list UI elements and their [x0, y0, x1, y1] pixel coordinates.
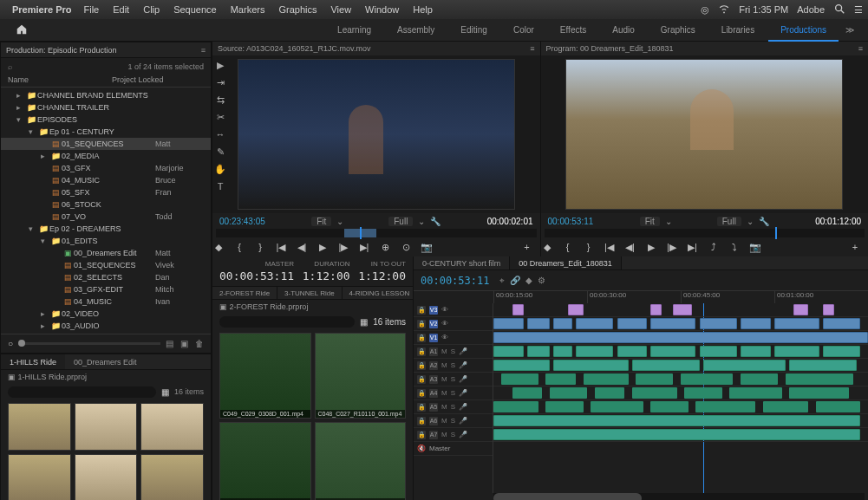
timeline-clip[interactable]: [684, 387, 721, 399]
step-back-icon[interactable]: ◀|: [624, 242, 636, 253]
timeline-clip[interactable]: [786, 373, 853, 385]
lock-icon[interactable]: 🔒: [417, 375, 426, 384]
clip-thumbnail[interactable]: [75, 454, 138, 501]
program-fit-dropdown[interactable]: Fit: [640, 217, 660, 226]
tree-row[interactable]: ▸📁02_VIDEO: [1, 308, 211, 320]
workspace-effects[interactable]: Effects: [548, 19, 598, 42]
workspace-overflow[interactable]: ≫: [840, 25, 859, 35]
track-target[interactable]: V1: [429, 334, 438, 342]
program-full-dropdown[interactable]: Full: [717, 217, 741, 226]
step-forward-icon[interactable]: |▶: [666, 242, 678, 253]
new-bin-icon[interactable]: ▣: [180, 339, 188, 348]
export-frame-icon[interactable]: 📷: [421, 242, 433, 253]
track-header[interactable]: 🔒 A1 MS🎤: [414, 345, 493, 359]
tree-row[interactable]: ▾📁EPISODES: [1, 114, 211, 126]
razor-tool-icon[interactable]: ✂: [214, 111, 226, 123]
user-name[interactable]: Adobe: [797, 4, 825, 15]
clip-thumbnail[interactable]: [140, 403, 204, 451]
source-viewport[interactable]: [238, 59, 515, 210]
tree-row[interactable]: ▤02_SELECTSDan: [1, 271, 211, 283]
menu-graphics[interactable]: Graphics: [273, 4, 322, 15]
pen-tool-icon[interactable]: ✎: [214, 146, 226, 158]
clip-thumbnail[interactable]: C046_C018_030126_001.mp4: [219, 422, 311, 501]
voiceover-icon[interactable]: 🎤: [459, 361, 467, 369]
tree-row[interactable]: ▣00_Dreamers EditMatt: [1, 247, 211, 259]
voiceover-icon[interactable]: 🎤: [459, 389, 467, 397]
timeline-clip[interactable]: [501, 373, 538, 385]
search-icon[interactable]: [833, 3, 845, 16]
timeline-clip[interactable]: [617, 318, 648, 329]
out-point-icon[interactable]: }: [254, 242, 266, 252]
menu-edit[interactable]: Edit: [108, 4, 134, 15]
ripple-tool-icon[interactable]: ⇆: [214, 94, 226, 106]
timeline-clip[interactable]: [741, 373, 778, 385]
tree-row[interactable]: ▤01_SEQUENCESVivek: [1, 259, 211, 271]
menu-view[interactable]: View: [325, 4, 356, 15]
chevron-down-icon[interactable]: ⌄: [747, 217, 754, 226]
zoom-slider[interactable]: [18, 342, 160, 345]
lock-icon[interactable]: 🔒: [417, 306, 426, 315]
voiceover-icon[interactable]: 🎤: [459, 417, 467, 425]
timeline-clip[interactable]: [493, 346, 524, 357]
timeline-clip[interactable]: [823, 304, 834, 315]
track-target[interactable]: V2: [429, 320, 438, 328]
timeline-clip[interactable]: [576, 318, 613, 329]
timeline-clip[interactable]: [493, 415, 860, 426]
tree-row[interactable]: ▤03_GFXMarjorie: [1, 162, 211, 174]
timeline-clip[interactable]: [703, 360, 786, 371]
tree-row[interactable]: ▤06_STOCK: [1, 198, 211, 211]
solo-icon[interactable]: S: [451, 431, 455, 438]
track-target[interactable]: A1: [429, 347, 438, 356]
track-header[interactable]: 🔒 A5 MS🎤: [414, 400, 493, 414]
timeline-clip[interactable]: [553, 346, 572, 357]
timeline-clip[interactable]: [695, 401, 755, 412]
timeline-clip[interactable]: [741, 318, 771, 329]
timeline-clip[interactable]: [527, 346, 550, 357]
play-icon[interactable]: ▶: [317, 242, 329, 253]
export-frame-icon[interactable]: 📷: [749, 242, 761, 253]
track-target[interactable]: A6: [429, 417, 438, 425]
project-tab-hills[interactable]: 1-HILLS Ride: [1, 354, 65, 369]
panel-menu-icon[interactable]: ≡: [530, 44, 534, 53]
track-select-tool-icon[interactable]: ⇥: [214, 76, 226, 88]
view-toggle-icon[interactable]: ▦: [360, 317, 368, 327]
mute-icon[interactable]: M: [441, 403, 447, 411]
home-button[interactable]: [9, 23, 35, 37]
eye-icon[interactable]: 👁: [441, 306, 448, 314]
timeline-clip[interactable]: [741, 346, 771, 357]
track-target[interactable]: A2: [429, 361, 438, 370]
extract-icon[interactable]: ⤵: [728, 242, 741, 252]
tree-row[interactable]: ▤05_SFXFran: [1, 186, 211, 198]
clip-thumbnail[interactable]: C049_C029_0308D_001.mp4: [219, 333, 311, 419]
menu-window[interactable]: Window: [360, 4, 404, 15]
lock-icon[interactable]: 🔒: [417, 320, 426, 328]
timeline-tab[interactable]: 0-CENTURY short film: [414, 256, 510, 269]
in-point-icon[interactable]: {: [562, 242, 574, 252]
insert-icon[interactable]: ⊕: [379, 242, 391, 253]
source-fit-dropdown[interactable]: Fit: [311, 217, 331, 226]
timeline-clip[interactable]: [584, 373, 629, 385]
timeline-clip[interactable]: [493, 401, 538, 412]
tree-row[interactable]: ▤07_VOTodd: [1, 211, 211, 223]
new-item-icon[interactable]: ▤: [166, 339, 173, 348]
menu-sequence[interactable]: Sequence: [168, 4, 222, 15]
workspace-libraries[interactable]: Libraries: [709, 19, 767, 42]
go-to-in-icon[interactable]: |◀: [275, 242, 287, 253]
wifi-icon[interactable]: [718, 3, 730, 16]
workspace-color[interactable]: Color: [501, 19, 546, 42]
tree-row[interactable]: ▸📁02_MEDIA: [1, 150, 211, 162]
overwrite-icon[interactable]: ⊙: [400, 242, 412, 253]
track-target[interactable]: A4: [429, 389, 438, 398]
program-viewport[interactable]: [565, 59, 843, 210]
mute-icon[interactable]: 🔇: [417, 445, 426, 452]
timeline-clip[interactable]: [493, 318, 524, 329]
timeline-track[interactable]: [493, 331, 868, 345]
timeline-timecode[interactable]: 00:00:53:11: [421, 275, 489, 287]
workspace-audio[interactable]: Audio: [600, 19, 647, 42]
timeline-track[interactable]: [493, 303, 868, 317]
menu-markers[interactable]: Markers: [225, 4, 271, 15]
timeline-clip[interactable]: [673, 304, 692, 315]
timeline-track[interactable]: [493, 345, 868, 359]
timeline-clip[interactable]: [632, 387, 677, 399]
timeline-clip[interactable]: [493, 332, 868, 343]
